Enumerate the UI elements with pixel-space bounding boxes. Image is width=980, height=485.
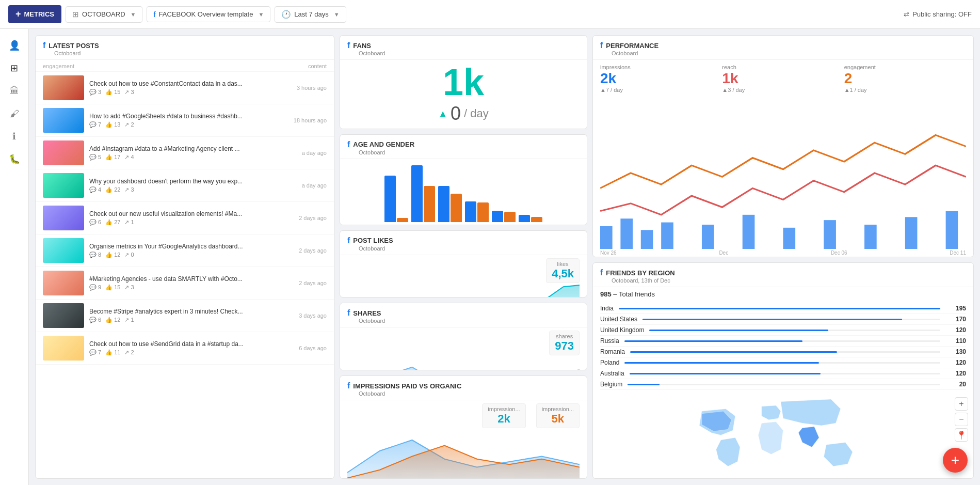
content-col: content (308, 63, 327, 69)
country-name: Belgium (600, 381, 622, 388)
post-item[interactable]: Organise metrics in Your #GoogleAnalytic… (36, 234, 334, 267)
post-thumbnail (43, 108, 84, 133)
post-title: Check out how to use #SendGrid data in a… (89, 340, 290, 348)
fans-big-value: 1k (443, 64, 484, 101)
impressions-badge2-value: 5k (542, 412, 574, 426)
post-shares: ↗ 0 (124, 252, 134, 258)
country-name: Russia (600, 337, 619, 345)
post-time: 3 days ago (295, 312, 327, 319)
bar-1824-female (397, 218, 408, 222)
sidebar-item-user[interactable]: 👤 (4, 35, 25, 56)
perf-x-labels: Nov 26 Dec Dec 06 Dec 11 (593, 249, 973, 257)
post-item[interactable]: How to add #GoogleSheets #data to busine… (36, 104, 334, 137)
post-content: Check out how to use #SendGrid data in a… (89, 340, 290, 356)
post-likes: 👍 27 (105, 219, 120, 226)
perf-value-0: 2k (600, 70, 722, 87)
post-content: #Marketing Agencies - use data SMARTLY w… (89, 275, 290, 291)
shares-title: SHARES (353, 309, 381, 317)
zoom-out-button[interactable]: − (955, 413, 968, 426)
post-time: 18 hours ago (290, 117, 327, 123)
shares-panel: f SHARES Octoboard shares 973 (340, 303, 587, 370)
friends-list: India 195 United States 170 United Kingd… (593, 301, 973, 392)
post-title: Check out our new useful visualization e… (89, 210, 290, 217)
post-item[interactable]: Add #Instagram #data to a #Marketing Age… (36, 137, 334, 169)
fab-add-button[interactable]: + (943, 448, 968, 473)
bar-4554-female (477, 202, 489, 222)
post-likes: 👍 12 (105, 317, 120, 323)
post-thumbnail (43, 206, 84, 230)
age-labels: 18-24 35-44 55-64 (340, 224, 587, 225)
date-dropdown[interactable]: 🕐 Last 7 days ▼ (275, 6, 346, 23)
svg-rect-4 (702, 225, 714, 249)
zoom-in-button[interactable]: + (955, 397, 968, 411)
country-bar-container (628, 384, 940, 385)
post-title: Why your dashboard doesn't perform the w… (89, 178, 293, 185)
map-pin-button[interactable]: 📍 (955, 428, 968, 442)
post-item[interactable]: #Marketing Agencies - use data SMARTLY w… (36, 267, 334, 300)
perf-x-0: Nov 26 (600, 250, 617, 256)
share-icon: ⇄ (904, 10, 909, 18)
sharing-label: Public sharing: OFF (912, 10, 972, 18)
friends-row: United States 170 (600, 314, 966, 325)
post-comments: 💬 3 (89, 89, 101, 96)
bar-1824-male (384, 176, 396, 222)
svg-rect-2 (641, 230, 653, 249)
post-title: #Marketing Agencies - use data SMARTLY w… (89, 275, 290, 283)
country-count: 120 (945, 359, 966, 366)
metrics-label: METRICS (24, 10, 55, 18)
fans-day-row: ▲ 0 / day (438, 103, 489, 124)
svg-rect-3 (661, 223, 673, 249)
country-name: United States (600, 316, 637, 323)
post-meta: 💬 6 👍 12 ↗ 1 (89, 317, 290, 323)
perf-x-3: Dec 11 (950, 250, 966, 256)
sidebar-item-grid[interactable]: ⊞ (4, 58, 25, 79)
facebook-icon-fbr: f (600, 268, 603, 277)
public-sharing-toggle[interactable]: ⇄ Public sharing: OFF (904, 10, 972, 18)
main-content: f LATEST POSTS Octoboard engagement cont… (29, 29, 980, 485)
facebook-icon-fans: f (347, 41, 350, 50)
metrics-button[interactable]: + METRICS (8, 5, 61, 23)
post-likes-badge-value: 4,5k (552, 267, 574, 280)
post-content: Check out our new useful visualization e… (89, 210, 290, 226)
svg-rect-7 (824, 220, 836, 249)
facebook-icon-sh: f (347, 308, 350, 318)
board-label: OCTOBOARD (82, 10, 125, 18)
friends-by-region-panel: f FRIENDS BY REGION Octoboard, 13th of D… (592, 262, 974, 479)
performance-title: PERFORMANCE (606, 42, 658, 50)
post-shares: ↗ 4 (124, 154, 134, 161)
post-likes-badge: likes 4,5k (546, 258, 580, 283)
country-count: 20 (945, 381, 966, 388)
post-comments: 💬 9 (89, 284, 101, 291)
post-meta: 💬 4 👍 22 ↗ 3 (89, 186, 293, 193)
post-item[interactable]: Check out how to use #ConstantContact da… (36, 72, 334, 104)
perf-value-2: 2 (844, 70, 966, 87)
octoboard-dropdown[interactable]: ⊞ OCTOBOARD ▼ (66, 6, 142, 23)
perf-sub-2: ▲1 / day (844, 87, 966, 93)
post-item[interactable]: Check out how to use #SendGrid data in a… (36, 332, 334, 365)
template-dropdown[interactable]: f FACEBOOK Overview template ▼ (147, 6, 270, 22)
engagement-col: engagement (43, 63, 74, 69)
post-time: 2 days ago (295, 280, 327, 286)
sidebar-item-bank[interactable]: 🏛 (4, 81, 25, 101)
post-item[interactable]: Check out our new useful visualization e… (36, 202, 334, 234)
post-thumbnail (43, 238, 84, 263)
perf-sub-1: ▲3 / day (722, 87, 844, 93)
latest-posts-header: f LATEST POSTS Octoboard (36, 36, 334, 60)
post-time: 3 hours ago (293, 85, 327, 91)
sidebar-item-brush[interactable]: 🖌 (4, 103, 25, 124)
post-time: 2 days ago (295, 247, 327, 254)
age-gender-panel: f AGE AND GENDER Octoboard (340, 134, 587, 225)
post-item[interactable]: Become #Stripe #analytics expert in 3 mi… (36, 300, 334, 332)
perf-x-2: Dec 06 (831, 250, 847, 256)
sidebar-item-bug[interactable]: 🐛 (4, 149, 25, 169)
sidebar-item-info[interactable]: ℹ (4, 126, 25, 147)
post-title: Organise metrics in Your #GoogleAnalytic… (89, 243, 290, 250)
chevron-down-icon-3: ▼ (334, 11, 340, 18)
post-item[interactable]: Why your dashboard doesn't perform the w… (36, 169, 334, 202)
latest-posts-panel: f LATEST POSTS Octoboard engagement cont… (35, 35, 334, 479)
performance-panel: f PERFORMANCE Octoboard impressions 2k ▲… (592, 35, 974, 257)
post-shares: ↗ 3 (124, 284, 134, 291)
svg-rect-8 (864, 225, 877, 249)
post-content: Organise metrics in Your #GoogleAnalytic… (89, 243, 290, 258)
country-count: 110 (945, 337, 966, 345)
